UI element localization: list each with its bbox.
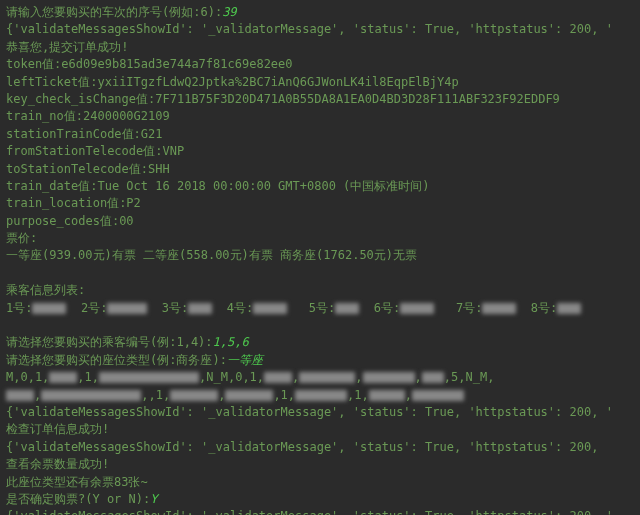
price-label: 票价:: [6, 230, 634, 247]
redacted: [422, 372, 444, 383]
stationcode-line: stationTrainCode值:G21: [6, 126, 634, 143]
terminal-output: 请输入您要购买的车次的序号(例如:6):39 {'validateMessage…: [6, 4, 634, 515]
input-seattype: 一等座: [227, 353, 263, 367]
redacted: [49, 372, 77, 383]
response-line: {'validateMessagesShowId': '_validatorMe…: [6, 508, 634, 515]
purpose-line: purpose_codes值:00: [6, 213, 634, 230]
data-line-1: M,0,1,,1,,N_M,0,1,,,,,5,N_M,: [6, 369, 634, 386]
traindate-line: train_date值:Tue Oct 16 2018 00:00:00 GMT…: [6, 178, 634, 195]
redacted-name: [107, 303, 147, 314]
passenger-header: 乘客信息列表:: [6, 282, 634, 299]
redacted: [99, 372, 199, 383]
totele-line: toStationTelecode值:SHH: [6, 161, 634, 178]
redacted: [369, 390, 405, 401]
token-line: token值:e6d09e9b815ad3e744a7f81c69e82ee0: [6, 56, 634, 73]
fromtele-line: fromStationTelecode值:VNP: [6, 143, 634, 160]
prompt-train-seq: 请输入您要购买的车次的序号(例如:6):: [6, 5, 222, 19]
msg-check-tickets: 查看余票数量成功!: [6, 456, 634, 473]
response-line: {'validateMessagesShowId': '_validatorMe…: [6, 404, 634, 421]
redacted-name: [400, 303, 434, 314]
input-confirm: Y: [150, 492, 157, 506]
seat-prices: 一等座(939.00元)有票 二等座(558.00元)有票 商务座(1762.5…: [6, 247, 634, 264]
redacted: [412, 390, 464, 401]
redacted-name: [557, 303, 581, 314]
prompt-confirm: 是否确定购票?(Y or N):: [6, 492, 150, 506]
trainno-line: train_no值:2400000G2109: [6, 108, 634, 125]
redacted: [299, 372, 355, 383]
response-line: {'validateMessagesShowId': '_validatorMe…: [6, 21, 634, 38]
response-line: {'validateMessagesShowId': '_validatorMe…: [6, 439, 634, 456]
prompt-seattype: 请选择您要购买的座位类型(例:商务座):: [6, 353, 227, 367]
passenger-list: 1号: 2号: 3号: 4号: 5号: 6号: 7号: 8号:: [6, 300, 634, 317]
redacted-name: [335, 303, 359, 314]
redacted: [170, 390, 218, 401]
redacted-name: [253, 303, 287, 314]
redacted: [295, 390, 347, 401]
data-line-2: ,,,1,,,1,,1,,: [6, 387, 634, 404]
redacted-name: [188, 303, 212, 314]
leftticket-line: leftTicket值:yxiiITgzfLdwQ2Jptka%2BC7iAnQ…: [6, 74, 634, 91]
redacted: [264, 372, 292, 383]
redacted: [6, 390, 34, 401]
redacted: [225, 390, 273, 401]
input-passenger: 1,5,6: [213, 335, 249, 349]
input-train-seq: 39: [222, 5, 236, 19]
redacted-name: [482, 303, 516, 314]
msg-check-order: 检查订单信息成功!: [6, 421, 634, 438]
msg-tickets-left: 此座位类型还有余票83张~: [6, 474, 634, 491]
redacted-name: [32, 303, 66, 314]
keycheck-line: key_check_isChange值:7F711B75F3D20D471A0B…: [6, 91, 634, 108]
trainloc-line: train_location值:P2: [6, 195, 634, 212]
prompt-passenger: 请选择您要购买的乘客编号(例:1,4):: [6, 335, 213, 349]
redacted: [41, 390, 141, 401]
msg-order-success: 恭喜您,提交订单成功!: [6, 39, 634, 56]
redacted: [363, 372, 415, 383]
